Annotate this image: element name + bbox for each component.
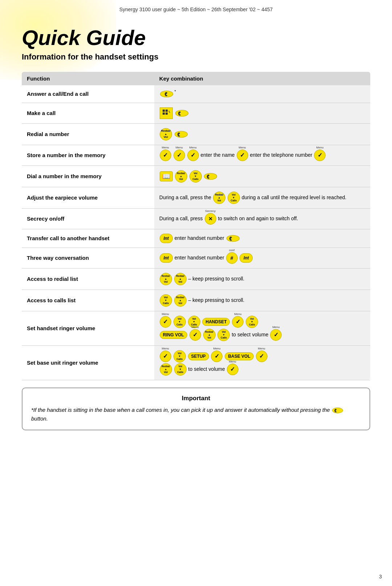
key-combination: Int enter handset number	[154, 229, 370, 247]
menu-check-b1: Menu✓	[160, 351, 171, 362]
important-text: *If the handset is sitting in the base w…	[31, 406, 361, 423]
function-label: Answer a call/End a call	[22, 85, 154, 103]
basevol-word: BASE VOL	[225, 352, 253, 360]
col-key-header: Key combination	[154, 72, 370, 85]
table-row: Redial a number Redial/ ▲ Vol	[22, 123, 370, 145]
phone-icon-important	[332, 407, 343, 414]
page-title: Quick Guide	[22, 26, 370, 49]
phone-icon	[226, 234, 240, 243]
int-key-3: Int	[240, 253, 253, 263]
table-row: Secrecy on/off During a call, press Secr…	[22, 208, 370, 229]
menu-check-h1: Menu✓	[160, 316, 171, 328]
phone-icon	[204, 172, 217, 181]
vol-calls-h4: Vol ▼ Calls	[217, 329, 230, 341]
key-combination: *	[154, 85, 370, 103]
int-key-2: Int	[160, 253, 173, 263]
function-label: Redial a number	[22, 123, 154, 145]
vol-calls-key: Vol ▼ Calls	[189, 170, 202, 183]
svg-point-0	[160, 91, 173, 97]
phone-icon	[174, 130, 188, 139]
page-subtitle: Information for the handset settings	[22, 52, 370, 62]
vol-h1: Vol ▼ Calls	[173, 316, 186, 328]
menu-check-key-1: Menu ✓	[160, 149, 171, 161]
key-combination: Menu ✓ Menu ✓ Menu ✓	[154, 145, 370, 165]
key-combination: 📖 Redial/ ▲ Vol Vol ▼ Calls	[154, 165, 370, 187]
int-key-1: Int	[160, 234, 173, 243]
function-label: Make a call	[22, 103, 154, 123]
key-combination: During a call, press Secrecy ✕ to switch…	[154, 208, 370, 229]
vol-h3: Vol ▼ Calls	[246, 316, 258, 328]
key-combination: Menu✓ Vol ▼ Calls Vol ▼ Calls HANDSET	[154, 311, 370, 345]
redial-vol-key-2: Redial/ ▲ Vol	[175, 170, 187, 183]
asterisk-label: *	[175, 89, 176, 94]
phone-icon	[175, 109, 189, 118]
calls-key-1: Vol ▼ Calls	[160, 294, 172, 307]
function-label: Store a number in the memory	[22, 145, 154, 165]
svg-rect-4	[166, 112, 168, 115]
menu-check-key-5: Menu ✓	[314, 149, 326, 161]
hash-key: conf #	[226, 252, 238, 264]
function-label: Set handset ringer volume	[22, 311, 154, 345]
svg-rect-1	[163, 110, 165, 112]
vol-b1: Vol ▼ Calls	[173, 350, 186, 362]
svg-point-7	[175, 131, 187, 138]
keypad-icon	[160, 107, 173, 119]
function-label: Access to calls list	[22, 290, 154, 311]
function-label: Access to redial list	[22, 268, 154, 290]
table-row: Transfer call to another handset Int ent…	[22, 229, 370, 247]
col-function-header: Function	[22, 72, 154, 85]
key-combination: Menu✓ Vol ▼ Calls SETUP Menu✓ BASE V	[154, 345, 370, 380]
svg-point-8	[204, 173, 217, 180]
function-label: Dial a number in the memory	[22, 165, 154, 187]
key-combination: During a call, press the Redial/ ▲ Vol V…	[154, 187, 370, 208]
vol-calls-b2: Vol ▼ Calls	[174, 363, 187, 376]
phone-key-container: *	[159, 89, 174, 99]
redial-key-3: Redial/ ▲ Vol	[174, 294, 187, 307]
menu-check-b4: Menu✓	[227, 364, 238, 375]
key-combination: Redial/ ▲ Vol	[154, 123, 370, 145]
vol-calls-key-2: Vol ▼ Calls	[228, 192, 240, 204]
svg-point-9	[226, 235, 239, 242]
menu-check-b3: Menu✓	[256, 351, 268, 362]
table-row: Set base unit ringer volume Menu✓ Vol ▼ …	[22, 345, 370, 380]
table-row: Make a call	[22, 103, 370, 123]
table-row: Adjust the earpiece volume During a call…	[22, 187, 370, 208]
menu-check-h4: Menu✓	[270, 329, 282, 341]
book-key: 📖	[160, 171, 173, 181]
header-bar: Synergy 3100 user guide ~ 5th Edition ~ …	[0, 0, 392, 15]
key-combination	[154, 103, 370, 123]
ringvol-word: RING VOL	[160, 331, 187, 339]
important-box: Important *If the handset is sitting in …	[22, 388, 370, 430]
svg-rect-2	[166, 110, 168, 112]
table-row: Access to redial list Redial/ ▲ Vol Redi…	[22, 268, 370, 290]
redial-h1: Redial/ ▲ Vol	[203, 329, 216, 341]
page-number: 3	[379, 574, 382, 579]
menu-check-key-3: Menu ✓	[187, 149, 199, 161]
key-combination: Redial/ ▲ Vol Redial/ ▲ Vol – keep press…	[154, 268, 370, 290]
table-row: Three way conversation Int enter handset…	[22, 247, 370, 268]
svg-rect-3	[163, 112, 165, 115]
header-text: Synergy 3100 user guide ~ 5th Edition ~ …	[119, 7, 273, 12]
menu-check-b2: Menu✓	[211, 351, 222, 362]
redial-key-2: Redial/ ▲ Vol	[174, 273, 187, 285]
menu-check-key-2: Menu ✓	[173, 149, 185, 161]
grid-svg	[162, 109, 170, 117]
function-label: Set base unit ringer volume	[22, 345, 154, 380]
function-label: Secrecy on/off	[22, 208, 154, 229]
handset-word: HANDSET	[202, 318, 230, 326]
function-label: Adjust the earpiece volume	[22, 187, 154, 208]
redial-vol-key-3: Redial/ ▲ Vol	[213, 192, 225, 204]
important-title: Important	[31, 395, 361, 402]
menu-check-key-4: Menu ✓	[237, 149, 248, 161]
guide-table: Function Key combination Answer a call/E…	[22, 72, 370, 380]
setup-word: SETUP	[188, 352, 209, 360]
svg-line-5	[169, 111, 170, 113]
menu-check-h2: Menu✓	[232, 316, 244, 328]
menu-check-h3: Menu✓	[189, 329, 201, 341]
page-content: Quick Guide Information for the handset …	[0, 15, 392, 445]
svg-point-6	[175, 110, 188, 116]
table-row: Access to calls list Vol ▼ Calls Redial/…	[22, 290, 370, 311]
redial-vol-key: Redial/ ▲ Vol	[160, 128, 172, 140]
table-row: Dial a number in the memory 📖 Redial/ ▲ …	[22, 165, 370, 187]
function-label: Three way conversation	[22, 247, 154, 268]
